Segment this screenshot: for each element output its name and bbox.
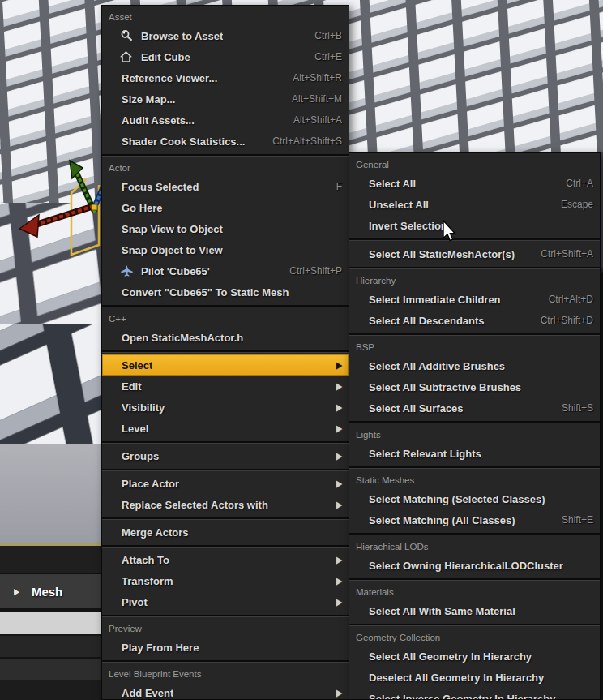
pilot-plane-icon bbox=[120, 264, 141, 277]
property-field[interactable] bbox=[0, 612, 101, 636]
menu-item-edit[interactable]: Edit▶ bbox=[102, 376, 349, 397]
section-header: Asset bbox=[102, 7, 349, 25]
menu-item-select-all-surfaces[interactable]: Select All SurfacesShift+S bbox=[349, 397, 600, 419]
menu-item-play-from-here[interactable]: Play From Here bbox=[102, 637, 349, 658]
level-viewport: ▶ Mesh AssetBrowse to AssetCtrl+BEdit Cu… bbox=[0, 0, 603, 700]
menu-item-select-owning-hierarchicallodcluster[interactable]: Select Owning HierarchicalLODCluster bbox=[349, 555, 600, 576]
shortcut-label: Shift+E bbox=[552, 514, 593, 526]
menu-section: HierarchySelect Immediate ChildrenCtrl+A… bbox=[349, 269, 600, 333]
menu-item-label: Focus Selected bbox=[122, 181, 199, 193]
menu-item-size-map[interactable]: Size Map...Alt+Shift+M bbox=[102, 88, 349, 110]
menu-item-label: Level bbox=[122, 423, 148, 435]
menu-item-select[interactable]: Select▶ bbox=[102, 354, 349, 376]
mesh-section-label: Mesh bbox=[32, 585, 62, 599]
menu-item-label: Select bbox=[122, 359, 152, 371]
mesh-section-header[interactable]: ▶ Mesh bbox=[0, 574, 101, 608]
menu-item-select-matching-all-classes[interactable]: Select Matching (All Classes)Shift+E bbox=[349, 509, 600, 530]
menu-item-label: Select Immediate Children bbox=[369, 294, 501, 306]
menu-item-label: Audit Assets... bbox=[122, 114, 195, 127]
magnifier-icon bbox=[120, 29, 141, 42]
menu-section: BSPSelect All Additive BrushesSelect All… bbox=[349, 336, 600, 421]
menu-item-select-all[interactable]: Select AllCtrl+A bbox=[349, 173, 600, 194]
menu-section: Place Actor▶Replace Selected Actors with… bbox=[102, 471, 349, 517]
menu-item-label: Attach To bbox=[122, 554, 169, 566]
menu-item-select-all-descendants[interactable]: Select All DescendantsCtrl+Shift+D bbox=[349, 310, 600, 331]
menu-section: Attach To▶Transform▶Pivot▶ bbox=[102, 548, 349, 615]
submenu-arrow-icon: ▶ bbox=[336, 576, 342, 586]
section-header: Geometry Collection bbox=[349, 628, 600, 646]
section-header: Actor bbox=[102, 158, 349, 176]
menu-item-label: Merge Actors bbox=[122, 526, 189, 539]
menu-item-pilot-cube65[interactable]: Pilot 'Cube65'Ctrl+Shift+P bbox=[102, 260, 349, 281]
menu-item-convert-cube65-to-static-mesh[interactable]: Convert "Cube65" To Static Mesh bbox=[102, 281, 349, 303]
shortcut-label: Alt+Shift+A bbox=[284, 114, 342, 126]
menu-item-add-event[interactable]: Add Event▶ bbox=[102, 682, 349, 700]
submenu-arrow-icon: ▶ bbox=[336, 423, 342, 434]
menu-item-snap-view-to-object[interactable]: Snap View to Object bbox=[102, 218, 349, 239]
menu-item-transform[interactable]: Transform▶ bbox=[102, 570, 349, 591]
section-header: C++ bbox=[102, 309, 349, 327]
menu-item-groups[interactable]: Groups▶ bbox=[102, 445, 349, 466]
shortcut-label: Ctrl+E bbox=[305, 51, 342, 62]
menu-item-label: Snap Object to View bbox=[122, 244, 223, 256]
menu-item-label: Browse to Asset bbox=[141, 30, 223, 42]
menu-item-pivot[interactable]: Pivot▶ bbox=[102, 591, 349, 612]
menu-item-deselect-all-geometry-in-hierarchy[interactable]: Deselect All Geometry In Hierarchy bbox=[349, 667, 600, 688]
menu-item-edit-cube[interactable]: Edit CubeCtrl+E bbox=[102, 46, 349, 67]
submenu-arrow-icon: ▶ bbox=[336, 402, 342, 413]
menu-item-place-actor[interactable]: Place Actor▶ bbox=[102, 473, 349, 494]
menu-item-shader-cook-statistics[interactable]: Shader Cook Statistics...Ctrl+Alt+Shift+… bbox=[102, 131, 349, 152]
menu-item-select-all-subtractive-brushes[interactable]: Select All Subtractive Brushes bbox=[349, 376, 600, 397]
shortcut-label: Ctrl+Shift+A bbox=[531, 248, 593, 260]
menu-item-focus-selected[interactable]: Focus SelectedF bbox=[102, 176, 349, 197]
menu-item-replace-selected-actors-with[interactable]: Replace Selected Actors with▶ bbox=[102, 494, 349, 515]
menu-item-attach-to[interactable]: Attach To▶ bbox=[102, 549, 349, 570]
menu-item-label: Pilot 'Cube65' bbox=[141, 265, 210, 277]
shortcut-label: Alt+Shift+M bbox=[282, 93, 342, 105]
menu-item-select-immediate-children[interactable]: Select Immediate ChildrenCtrl+Alt+D bbox=[349, 289, 600, 310]
menu-section: Merge Actors bbox=[102, 520, 349, 545]
details-panel-fragment: ▶ Mesh bbox=[0, 543, 101, 700]
menu-item-label: Edit Cube bbox=[141, 51, 190, 63]
menu-item-audit-assets[interactable]: Audit Assets...Alt+Shift+A bbox=[102, 110, 349, 131]
menu-item-label: Select Inverse Geometry In Hierarchy bbox=[369, 693, 556, 700]
menu-item-label: Add Event bbox=[122, 687, 173, 699]
menu-item-unselect-all[interactable]: Unselect AllEscape bbox=[349, 194, 600, 215]
menu-section: Groups▶ bbox=[102, 444, 349, 469]
gizmo-center-handle[interactable] bbox=[92, 204, 97, 210]
menu-item-invert-selection[interactable]: Invert Selection bbox=[349, 215, 600, 236]
section-header: Hierarchy bbox=[349, 271, 600, 289]
menu-item-select-relevant-lights[interactable]: Select Relevant Lights bbox=[349, 443, 600, 464]
panel-band bbox=[0, 680, 101, 700]
shortcut-label: Ctrl+Shift+D bbox=[531, 315, 593, 326]
submenu-arrow-icon: ▶ bbox=[336, 597, 342, 608]
shortcut-label: Ctrl+Alt+D bbox=[539, 294, 593, 305]
menu-item-label: Select All Descendants bbox=[369, 315, 485, 327]
menu-item-go-here[interactable]: Go Here bbox=[102, 197, 349, 218]
submenu-arrow-icon: ▶ bbox=[336, 555, 342, 565]
menu-item-merge-actors[interactable]: Merge Actors bbox=[102, 522, 349, 543]
menu-item-level[interactable]: Level▶ bbox=[102, 418, 349, 439]
menu-item-browse-to-asset[interactable]: Browse to AssetCtrl+B bbox=[102, 25, 349, 46]
menu-item-snap-object-to-view[interactable]: Snap Object to View bbox=[102, 239, 349, 260]
menu-item-select-inverse-geometry-in-hierarchy[interactable]: Select Inverse Geometry In Hierarchy bbox=[349, 688, 600, 700]
menu-item-label: Select All StaticMeshActor(s) bbox=[369, 248, 515, 260]
separator bbox=[349, 238, 600, 241]
section-header: Lights bbox=[349, 425, 600, 443]
menu-section: AssetBrowse to AssetCtrl+BEdit CubeCtrl+… bbox=[102, 6, 349, 154]
menu-item-visibility[interactable]: Visibility▶ bbox=[102, 397, 349, 418]
edit-cube-icon bbox=[120, 51, 141, 63]
menu-item-select-all-with-same-material[interactable]: Select All With Same Material bbox=[349, 600, 600, 621]
menu-item-open-staticmeshactor-h[interactable]: Open StaticMeshActor.h bbox=[102, 327, 349, 348]
menu-item-select-all-staticmeshactor-s[interactable]: Select All StaticMeshActor(s)Ctrl+Shift+… bbox=[349, 243, 600, 264]
menu-item-label: Unselect All bbox=[369, 199, 429, 211]
menu-item-label: Select All Additive Brushes bbox=[369, 360, 505, 372]
menu-item-label: Select Relevant Lights bbox=[369, 448, 481, 460]
menu-item-select-matching-selected-classes[interactable]: Select Matching (Selected Classes) bbox=[349, 488, 600, 509]
menu-item-select-all-geometry-in-hierarchy[interactable]: Select All Geometry In Hierarchy bbox=[349, 646, 600, 667]
menu-item-select-all-additive-brushes[interactable]: Select All Additive Brushes bbox=[349, 355, 600, 376]
menu-section: Level Blueprint EventsAdd Event▶ bbox=[102, 663, 349, 700]
shortcut-label: Shift+S bbox=[552, 402, 593, 414]
menu-section: GeneralSelect AllCtrl+AUnselect AllEscap… bbox=[349, 153, 600, 267]
menu-item-reference-viewer[interactable]: Reference Viewer...Alt+Shift+R bbox=[102, 67, 349, 88]
